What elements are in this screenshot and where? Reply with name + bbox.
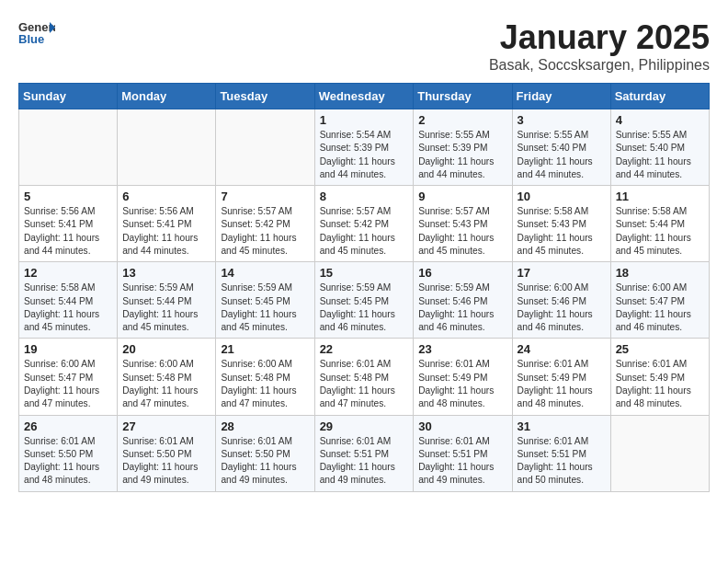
day-number: 6 [122,190,210,203]
table-row: 23Sunrise: 6:01 AMSunset: 5:49 PMDayligh… [414,339,512,415]
table-row [610,415,709,491]
day-number: 25 [616,342,704,356]
table-row: 27Sunrise: 6:01 AMSunset: 5:50 PMDayligh… [118,415,216,491]
table-row: 4Sunrise: 5:55 AMSunset: 5:40 PMDaylight… [610,109,709,186]
table-row: 29Sunrise: 6:01 AMSunset: 5:51 PMDayligh… [314,415,414,491]
calendar-week-row: 26Sunrise: 6:01 AMSunset: 5:50 PMDayligh… [19,415,710,491]
day-number: 20 [122,342,210,356]
day-info: Sunrise: 6:01 AMSunset: 5:51 PMDaylight:… [418,435,506,488]
table-row: 9Sunrise: 5:57 AMSunset: 5:43 PMDaylight… [414,186,512,262]
day-number: 9 [418,190,506,203]
calendar-week-row: 5Sunrise: 5:56 AMSunset: 5:41 PMDaylight… [19,186,710,262]
day-number: 29 [320,419,409,433]
day-number: 19 [24,342,112,356]
calendar-week-row: 19Sunrise: 6:00 AMSunset: 5:47 PMDayligh… [19,339,710,415]
table-row: 7Sunrise: 5:57 AMSunset: 5:42 PMDaylight… [216,186,314,262]
table-row: 15Sunrise: 5:59 AMSunset: 5:45 PMDayligh… [314,262,414,339]
table-row: 25Sunrise: 6:01 AMSunset: 5:49 PMDayligh… [610,339,709,415]
table-row: 2Sunrise: 5:55 AMSunset: 5:39 PMDaylight… [414,109,512,186]
day-number: 28 [221,419,309,433]
day-number: 21 [221,342,309,356]
day-info: Sunrise: 5:58 AMSunset: 5:44 PMDaylight:… [616,205,704,258]
day-number: 7 [221,190,309,203]
header-tuesday: Tuesday [216,84,314,109]
day-info: Sunrise: 5:59 AMSunset: 5:44 PMDaylight:… [122,282,210,334]
svg-text:Blue: Blue [18,32,44,46]
table-row: 5Sunrise: 5:56 AMSunset: 5:41 PMDaylight… [19,186,118,262]
day-number: 14 [221,266,309,280]
header-friday: Friday [512,84,610,109]
day-number: 27 [122,419,210,433]
day-info: Sunrise: 5:58 AMSunset: 5:44 PMDaylight:… [24,282,112,334]
table-row: 28Sunrise: 6:01 AMSunset: 5:50 PMDayligh… [216,415,314,491]
table-row: 14Sunrise: 5:59 AMSunset: 5:45 PMDayligh… [216,262,314,339]
table-row: 18Sunrise: 6:00 AMSunset: 5:47 PMDayligh… [610,262,709,339]
day-info: Sunrise: 6:01 AMSunset: 5:51 PMDaylight:… [518,435,606,488]
day-info: Sunrise: 6:01 AMSunset: 5:50 PMDaylight:… [122,435,210,488]
day-info: Sunrise: 6:01 AMSunset: 5:50 PMDaylight:… [24,435,112,488]
day-number: 8 [320,190,409,203]
day-info: Sunrise: 5:59 AMSunset: 5:45 PMDaylight:… [221,282,309,334]
table-row: 6Sunrise: 5:56 AMSunset: 5:41 PMDaylight… [118,186,216,262]
day-number: 23 [418,342,506,356]
day-info: Sunrise: 6:01 AMSunset: 5:49 PMDaylight:… [616,358,704,410]
day-number: 22 [320,342,409,356]
table-row [118,109,216,186]
day-number: 18 [616,266,704,280]
table-row: 16Sunrise: 5:59 AMSunset: 5:46 PMDayligh… [414,262,512,339]
table-row: 13Sunrise: 5:59 AMSunset: 5:44 PMDayligh… [118,262,216,339]
day-info: Sunrise: 5:54 AMSunset: 5:39 PMDaylight:… [320,129,409,181]
table-row: 17Sunrise: 6:00 AMSunset: 5:46 PMDayligh… [512,262,610,339]
day-number: 11 [616,190,704,203]
day-info: Sunrise: 6:00 AMSunset: 5:48 PMDaylight:… [221,358,309,410]
table-row [19,109,118,186]
day-number: 5 [24,190,112,203]
header-saturday: Saturday [610,84,709,109]
day-info: Sunrise: 6:01 AMSunset: 5:48 PMDaylight:… [320,358,409,410]
table-row: 11Sunrise: 5:58 AMSunset: 5:44 PMDayligh… [610,186,709,262]
header-monday: Monday [118,84,216,109]
table-row [216,109,314,186]
day-number: 1 [320,113,409,127]
day-number: 10 [518,190,606,203]
table-row: 1Sunrise: 5:54 AMSunset: 5:39 PMDaylight… [314,109,414,186]
day-number: 15 [320,266,409,280]
day-number: 4 [616,113,704,127]
table-row: 12Sunrise: 5:58 AMSunset: 5:44 PMDayligh… [19,262,118,339]
table-row: 24Sunrise: 6:01 AMSunset: 5:49 PMDayligh… [512,339,610,415]
day-number: 17 [518,266,606,280]
header: General Blue January 2025 Basak, Soccsks… [18,18,710,74]
header-thursday: Thursday [414,84,512,109]
day-info: Sunrise: 5:59 AMSunset: 5:45 PMDaylight:… [320,282,409,334]
header-sunday: Sunday [19,84,118,109]
title-area: January 2025 Basak, Soccsksargen, Philip… [489,18,710,74]
table-row: 30Sunrise: 6:01 AMSunset: 5:51 PMDayligh… [414,415,512,491]
calendar-week-row: 12Sunrise: 5:58 AMSunset: 5:44 PMDayligh… [19,262,710,339]
day-number: 26 [24,419,112,433]
day-info: Sunrise: 5:55 AMSunset: 5:40 PMDaylight:… [616,129,704,181]
day-number: 16 [418,266,506,280]
day-info: Sunrise: 6:01 AMSunset: 5:51 PMDaylight:… [320,435,409,488]
day-number: 2 [418,113,506,127]
day-info: Sunrise: 6:00 AMSunset: 5:46 PMDaylight:… [518,282,606,334]
logo: General Blue [18,18,59,46]
table-row: 8Sunrise: 5:57 AMSunset: 5:42 PMDaylight… [314,186,414,262]
day-number: 30 [418,419,506,433]
day-info: Sunrise: 5:55 AMSunset: 5:40 PMDaylight:… [518,129,606,181]
table-row: 10Sunrise: 5:58 AMSunset: 5:43 PMDayligh… [512,186,610,262]
day-info: Sunrise: 5:55 AMSunset: 5:39 PMDaylight:… [418,129,506,181]
day-info: Sunrise: 6:01 AMSunset: 5:49 PMDaylight:… [518,358,606,410]
day-info: Sunrise: 6:00 AMSunset: 5:47 PMDaylight:… [616,282,704,334]
day-info: Sunrise: 6:01 AMSunset: 5:50 PMDaylight:… [221,435,309,488]
day-info: Sunrise: 5:56 AMSunset: 5:41 PMDaylight:… [122,205,210,258]
page-subtitle: Basak, Soccsksargen, Philippines [489,57,710,74]
table-row: 21Sunrise: 6:00 AMSunset: 5:48 PMDayligh… [216,339,314,415]
table-row: 31Sunrise: 6:01 AMSunset: 5:51 PMDayligh… [512,415,610,491]
day-number: 12 [24,266,112,280]
day-info: Sunrise: 6:01 AMSunset: 5:49 PMDaylight:… [418,358,506,410]
table-row: 20Sunrise: 6:00 AMSunset: 5:48 PMDayligh… [118,339,216,415]
day-info: Sunrise: 6:00 AMSunset: 5:47 PMDaylight:… [24,358,112,410]
day-info: Sunrise: 5:58 AMSunset: 5:43 PMDaylight:… [518,205,606,258]
day-info: Sunrise: 5:57 AMSunset: 5:43 PMDaylight:… [418,205,506,258]
day-info: Sunrise: 5:59 AMSunset: 5:46 PMDaylight:… [418,282,506,334]
